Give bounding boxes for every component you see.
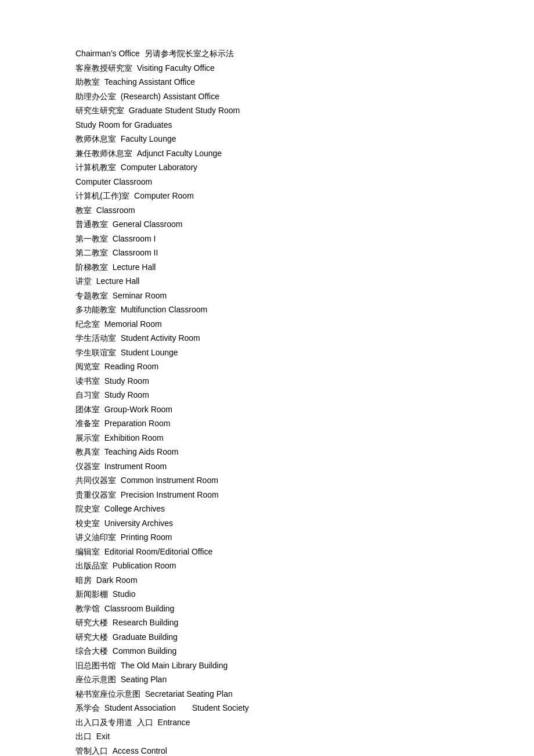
list-item: 仪器室 Instrument Room — [75, 459, 459, 474]
list-item: 第一教室 Classroom I — [75, 232, 459, 246]
list-item: 教室 Classroom — [75, 203, 459, 218]
list-item: 自习室 Study Room — [75, 388, 459, 402]
list-item: 助理办公室 (Research) Assistant Office — [75, 89, 459, 104]
terminology-list: Chairman’s Office 另请参考院长室之标示法客座教授研究室 Vis… — [75, 46, 459, 756]
list-item: 教学馆 Classroom Building — [75, 602, 459, 616]
list-item: 管制入口 Access Control — [75, 744, 459, 757]
list-item: 第二教室 Classroom II — [75, 246, 459, 260]
list-item: 系学会 Student Association Student Society — [75, 701, 459, 715]
list-item: 讲堂 Lecture Hall — [75, 274, 459, 289]
list-item: 准备室 Preparation Room — [75, 416, 459, 431]
list-item: 出口 Exit — [75, 729, 459, 744]
list-item: 计算机教室 Computer Laboratory — [75, 160, 459, 175]
list-item: 纪念室 Memorial Room — [75, 317, 459, 332]
list-item: 研究大楼 Graduate Building — [75, 630, 459, 645]
list-item: 教具室 Teaching Aids Room — [75, 445, 459, 459]
list-item: 兼任教师休息室 Adjunct Faculty Lounge — [75, 146, 459, 161]
list-item: 研究大楼 Research Building — [75, 615, 459, 630]
list-item: 研究生研究室 Graduate Student Study Room — [75, 103, 459, 118]
list-item: 校史室 University Archives — [75, 516, 459, 531]
list-item: Computer Classroom — [75, 175, 459, 189]
list-item: 旧总图书馆 The Old Main Library Building — [75, 658, 459, 673]
list-item: 阶梯教室 Lecture Hall — [75, 260, 459, 275]
list-item: 出入口及专用道 入口 Entrance — [75, 715, 459, 730]
list-item: 展示室 Exhibition Room — [75, 431, 459, 445]
list-item: 普通教室 General Classroom — [75, 217, 459, 232]
list-item: 综合大楼 Common Building — [75, 644, 459, 658]
list-item: 座位示意图 Seating Plan — [75, 672, 459, 687]
list-item: Study Room for Graduates — [75, 118, 459, 132]
list-item: 读书室 Study Room — [75, 374, 459, 388]
list-item: 团体室 Group-Work Room — [75, 402, 459, 417]
list-item: 多功能教室 Multifunction Classroom — [75, 303, 459, 317]
list-item: 阅览室 Reading Room — [75, 359, 459, 374]
list-item: 计算机(工作)室 Computer Room — [75, 189, 459, 203]
list-item: 贵重仪器室 Precision Instrument Room — [75, 488, 459, 502]
list-item: 出版品室 Publication Room — [75, 559, 459, 573]
list-item: 专题教室 Seminar Room — [75, 289, 459, 303]
list-item: 新闻影棚 Studio — [75, 587, 459, 602]
list-item: 学生联谊室 Student Lounge — [75, 345, 459, 360]
list-item: 讲义油印室 Printing Room — [75, 530, 459, 545]
list-item: 教师休息室 Faculty Lounge — [75, 132, 459, 146]
list-item: 共同仪器室 Common Instrument Room — [75, 473, 459, 488]
list-item: 学生活动室 Student Activity Room — [75, 331, 459, 345]
list-item: 助教室 Teaching Assistant Office — [75, 75, 459, 89]
list-item: 秘书室座位示意图 Secretariat Seating Plan — [75, 687, 459, 701]
list-item: Chairman’s Office 另请参考院长室之标示法 — [75, 46, 459, 61]
list-item: 暗房 Dark Room — [75, 573, 459, 588]
list-item: 院史室 College Archives — [75, 502, 459, 516]
list-item: 编辑室 Editorial Room/Editorial Office — [75, 545, 459, 559]
list-item: 客座教授研究室 Visiting Faculty Office — [75, 61, 459, 75]
